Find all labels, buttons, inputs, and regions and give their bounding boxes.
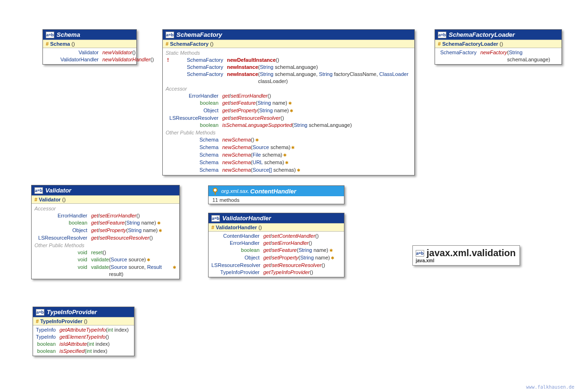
footer-link[interactable]: www.falkhausen.de: [526, 384, 574, 390]
method-name: validate: [91, 264, 109, 271]
method-row: voidvalidate (Source source)✱: [32, 256, 179, 264]
return-type: Validator: [46, 49, 102, 56]
method-row: ErrorHandlerget/setErrorHandler (): [209, 240, 344, 247]
method-list: SchemanewSchema ()✱SchemanewSchema (Sour…: [163, 136, 414, 174]
method-row: SchemanewSchema (Source schema)✱: [163, 144, 414, 151]
return-type: Schema: [166, 167, 222, 174]
method-row: ErrorHandlerget/setErrorHandler (): [163, 92, 414, 100]
method-row: SchemanewSchema (File schema)✱: [163, 151, 414, 159]
method-name: getElementTypeInfo: [59, 334, 106, 341]
method-name: newInstance: [227, 64, 258, 71]
params: (): [150, 234, 153, 242]
abstract-class-icon: a=b: [34, 187, 43, 194]
method-row: SchemaFactorynewFactory (String schemaLa…: [435, 49, 561, 63]
method-name: get/setProperty: [263, 254, 299, 261]
params: (Source[] schemas): [251, 167, 296, 174]
method-row: ValidatornewValidator (): [43, 49, 136, 56]
class-body: Static Methods !SchemaFactorynewDefaultI…: [163, 48, 414, 175]
throws-icon: ✱: [291, 144, 295, 151]
return-type: SchemaFactory: [170, 57, 227, 64]
constructor-row: # Schema (): [43, 40, 136, 48]
params: (): [268, 92, 271, 100]
method-name: get/setErrorHandler: [91, 212, 136, 219]
method-name: newSchema: [222, 151, 251, 158]
params: (): [151, 56, 154, 63]
method-name: get/setProperty: [222, 107, 258, 114]
return-type: void: [34, 249, 91, 256]
return-type: Schema: [166, 151, 222, 158]
method-name: isSchemaLanguageSupported: [222, 122, 292, 129]
method-row: Objectget/setProperty (String name)✱: [32, 227, 179, 234]
params: (): [276, 57, 279, 64]
method-name: newDefaultInstance: [227, 57, 276, 64]
method-name: get/setFeature: [222, 100, 256, 107]
return-type: Schema: [166, 136, 222, 143]
params: (String name): [258, 107, 289, 114]
return-type: Schema: [166, 144, 222, 151]
return-type: LSResourceResolver: [34, 234, 91, 242]
constructor-row: # SchemaFactoryLoader (): [435, 40, 561, 48]
section-label: Other Public Methods: [32, 242, 179, 249]
params: (): [315, 233, 318, 240]
method-name: getAttributeTypeInfo: [59, 326, 106, 334]
section-label: Static Methods: [163, 49, 414, 57]
abstract-class-icon: a=b: [166, 32, 174, 38]
throws-icon: ✱: [290, 108, 293, 115]
constructor-row: # Validator (): [32, 195, 179, 204]
throws-icon: ✱: [157, 220, 161, 227]
return-type: Schema: [166, 159, 222, 166]
return-type: boolean: [166, 100, 222, 107]
interface-header: org.xml.sax. ContentHandler: [209, 186, 344, 196]
throws-icon: ✱: [147, 257, 151, 264]
throws-icon: ✱: [173, 264, 176, 271]
return-type: ContentHandler: [211, 233, 263, 240]
method-list: ErrorHandlerget/setErrorHandler ()boolea…: [32, 212, 179, 242]
method-list: ValidatornewValidator ()ValidatorHandler…: [43, 48, 136, 64]
return-type: void: [34, 264, 91, 271]
return-type: ErrorHandler: [211, 240, 263, 247]
method-name: newValidatorHandler: [102, 56, 151, 63]
throws-icon: ✱: [255, 137, 259, 144]
method-row: Objectget/setProperty (String name)✱: [163, 107, 414, 115]
class-title: SchemaFactoryLoader: [449, 31, 515, 38]
class-header: a=b SchemaFactoryLoader: [435, 30, 561, 40]
method-name: newInstance: [227, 71, 258, 78]
method-list: ErrorHandlerget/setErrorHandler ()boolea…: [163, 92, 414, 129]
constructor-row: # SchemaFactory (): [163, 40, 414, 48]
params: (): [281, 115, 284, 122]
params: (String name): [125, 219, 156, 226]
class-header: a=b Validator: [32, 185, 179, 195]
method-row: voidvalidate (Source source, Result resu…: [32, 264, 179, 278]
package-module: java.xml: [416, 258, 516, 263]
class-validator-handler: a=b ValidatorHandler # ValidatorHandler …: [208, 213, 344, 277]
method-row: SchemanewSchema (URL schema)✱: [163, 159, 414, 167]
method-row: SchemaFactorynewInstance (String schemaL…: [163, 64, 414, 71]
params: (File schema): [251, 151, 283, 158]
method-name: get/setProperty: [91, 227, 126, 234]
method-row: SchemaFactorynewInstance (String schemaL…: [163, 71, 414, 85]
method-name: validate: [91, 256, 109, 263]
constructor-row: # TypeInfoProvider (): [33, 317, 134, 325]
params: (): [102, 249, 106, 256]
params: (): [322, 262, 325, 269]
method-name: get/setResourceResolver: [91, 234, 150, 242]
return-type: Object: [166, 107, 222, 114]
return-type: SchemaFactory: [438, 49, 480, 56]
abstract-class-icon: a=b: [438, 32, 446, 38]
return-type: ErrorHandler: [166, 92, 222, 100]
throws-icon: ✱: [159, 227, 162, 234]
throws-icon: ✱: [329, 247, 333, 254]
return-type: LSResourceResolver: [166, 115, 222, 122]
class-title: ContentHandler: [250, 188, 296, 195]
return-type: boolean: [211, 247, 263, 254]
class-schema-factory: a=b SchemaFactory # SchemaFactory () Sta…: [162, 29, 415, 175]
section-label: Other Public Methods: [163, 129, 414, 136]
class-title: Schema: [57, 31, 80, 38]
return-type: TypeInfo: [36, 326, 59, 334]
method-name: get/setFeature: [91, 219, 125, 226]
class-title: ValidatorHandler: [222, 215, 271, 222]
method-name: reset: [91, 249, 102, 256]
params: (int index): [106, 326, 128, 334]
method-row: booleanisSchemaLanguageSupported (String…: [163, 122, 414, 129]
method-name: isSpecified: [59, 348, 84, 355]
